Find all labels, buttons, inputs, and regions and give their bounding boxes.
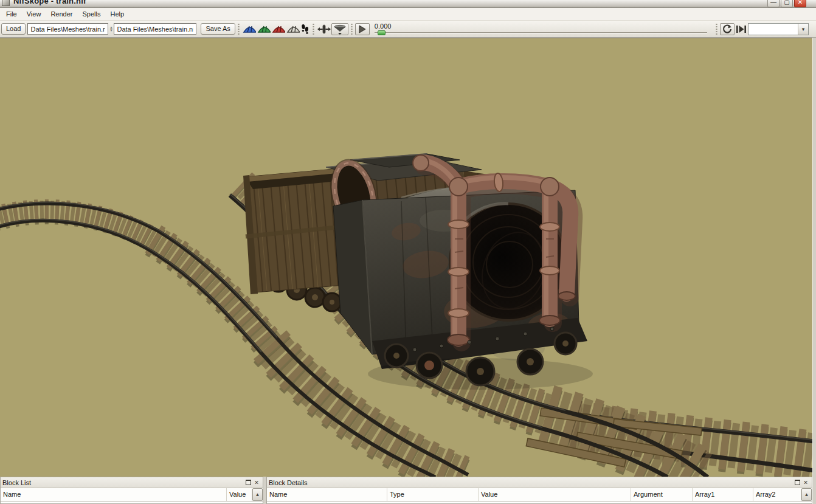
column-header-value[interactable]: Value [227,488,252,501]
toggle-red-button[interactable] [271,23,286,35]
view-direction-dropdown[interactable] [331,23,348,35]
field-splitter[interactable]: ▲ ▼ [109,23,113,35]
toolbar-separator [715,23,718,35]
column-header-array2[interactable]: Array2 [753,488,801,501]
column-header-type[interactable]: Type [387,488,479,501]
block-list-panel: Block List ✕ Name Value ▲ [0,477,263,504]
block-list-titlebar[interactable]: Block List ✕ [1,477,263,488]
block-list-float-button[interactable] [244,478,252,486]
view-cone-icon [333,24,347,35]
menu-view[interactable]: View [22,9,46,19]
main-toolbar: Load ▲ ▼ Save As [0,21,816,38]
save-as-button[interactable]: Save As [201,23,235,35]
time-slider[interactable] [375,30,707,36]
menu-file[interactable]: File [1,9,22,19]
toolbar-separator [237,23,240,35]
column-header-array1[interactable]: Array1 [693,488,753,501]
window-right-border [812,38,816,504]
title-bar[interactable]: NifSkope - train.nif — ▢ ✕ [0,0,816,8]
toggle-gray-button[interactable] [286,23,300,35]
nif-path-input-2[interactable] [114,23,196,35]
block-details-close-button[interactable]: ✕ [801,478,810,486]
block-list-title: Block List [2,479,244,486]
nif-path-input-1[interactable] [27,23,108,35]
maximize-button[interactable]: ▢ [781,0,793,7]
block-details-float-button[interactable] [793,478,801,486]
render-viewport[interactable] [0,38,812,477]
loop-icon [722,24,732,34]
step-forward-icon [736,25,747,33]
window-title: NifSkope - train.nif [13,0,86,5]
eye-blue-icon [243,24,256,34]
slider-groove [375,32,707,33]
block-details-panel: Block Details ✕ Name Type Value Argument… [266,477,812,504]
eye-gray-icon [286,24,300,34]
eye-red-icon [272,24,285,34]
time-value: 0.000 [375,22,707,30]
nifskope-window: NifSkope - train.nif — ▢ ✕ File View Ren… [0,0,816,504]
block-details-rows[interactable] [267,502,812,503]
block-list-header: Name Value ▲ [1,488,263,502]
footprints-icon [301,24,309,34]
move-axis-button[interactable] [317,23,331,35]
block-list-rows[interactable] [1,502,263,503]
chevron-down-icon[interactable]: ▾ [798,24,808,35]
time-slider-group: 0.000 [370,22,713,36]
play-icon [358,25,367,33]
animation-combobox[interactable]: ▾ [748,23,809,35]
column-header-value[interactable]: Value [479,488,631,501]
column-header-argument[interactable]: Argument [631,488,693,501]
column-header-name[interactable]: Name [267,488,387,501]
menu-help[interactable]: Help [105,9,129,19]
block-details-titlebar[interactable]: Block Details ✕ [267,477,812,488]
scroll-up-button[interactable]: ▲ [801,488,812,501]
block-details-header: Name Type Value Argument Array1 Array2 ▲ [267,488,812,502]
close-button[interactable]: ✕ [794,0,806,7]
viewport-3d-scene [0,38,812,477]
loop-button[interactable] [720,23,735,35]
load-button[interactable]: Load [1,23,26,35]
play-button[interactable] [355,23,370,35]
app-icon [2,0,10,6]
float-icon [795,480,800,485]
step-forward-button[interactable] [735,23,748,35]
animation-combobox-value [749,24,798,35]
move-axis-icon [317,24,331,34]
scroll-up-button[interactable]: ▲ [252,488,263,501]
toolbar-separator [350,23,353,35]
block-details-title: Block Details [269,479,793,486]
block-list-close-button[interactable]: ✕ [252,478,261,486]
toolbar-separator [312,23,315,35]
dock-area: Block List ✕ Name Value ▲ Block Details … [0,477,812,504]
menu-bar: File View Render Spells Help [0,8,816,21]
toggle-green-button[interactable] [257,23,271,35]
slider-handle[interactable] [378,30,386,35]
toggle-blue-button[interactable] [242,23,257,35]
column-header-name[interactable]: Name [1,488,227,501]
eye-green-icon [257,24,271,34]
menu-render[interactable]: Render [46,9,77,19]
menu-spells[interactable]: Spells [77,9,105,19]
splitter-down-icon: ▼ [109,29,113,32]
float-icon [246,480,251,485]
footprints-button[interactable] [300,23,310,35]
minimize-button[interactable]: — [767,0,780,7]
